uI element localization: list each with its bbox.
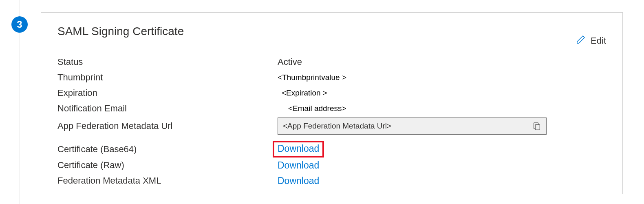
cert-raw-row: Certificate (Raw) Download (57, 157, 606, 173)
status-value: Active (278, 57, 606, 67)
edit-label: Edit (591, 35, 606, 46)
thumbprint-label: Thumbprint (57, 72, 278, 83)
notification-email-label: Notification Email (57, 103, 278, 114)
card-header: SAML Signing Certificate Edit (57, 25, 606, 54)
download-highlight-box: Download (273, 141, 324, 157)
fed-metadata-xml-row: Federation Metadata XML Download (57, 173, 606, 188)
download-cert-raw-link[interactable]: Download (278, 160, 319, 171)
svg-rect-0 (535, 124, 540, 130)
field-rows: Status Active Thumbprint <Thumbprintvalu… (57, 54, 606, 188)
notification-email-value: <Email address> (278, 104, 346, 113)
status-label: Status (57, 57, 278, 67)
metadata-url-value: <App Federation Metadata Url> (283, 122, 529, 131)
metadata-url-input[interactable]: <App Federation Metadata Url> (278, 118, 547, 135)
metadata-url-label: App Federation Metadata Url (57, 121, 278, 131)
download-fed-metadata-link[interactable]: Download (278, 175, 319, 186)
thumbprint-value: <Thumbprintvalue > (278, 73, 346, 82)
download-cert-base64-link[interactable]: Download (278, 143, 319, 154)
expiration-row: Expiration <Expiration > (57, 85, 606, 101)
expiration-label: Expiration (57, 88, 278, 98)
card-title: SAML Signing Certificate (57, 25, 184, 38)
copy-icon[interactable] (532, 122, 541, 131)
notification-email-row: Notification Email <Email address> (57, 101, 606, 116)
cert-base64-row: Certificate (Base64) Download (57, 141, 606, 157)
metadata-url-row: App Federation Metadata Url <App Federat… (57, 116, 606, 136)
cert-base64-label: Certificate (Base64) (57, 144, 278, 155)
step-number: 3 (17, 19, 22, 30)
expiration-value: <Expiration > (278, 89, 327, 98)
saml-certificate-card: SAML Signing Certificate Edit Status Act… (41, 12, 623, 194)
pencil-icon (576, 35, 586, 47)
step-badge: 3 (11, 16, 28, 33)
status-row: Status Active (57, 54, 606, 70)
cert-raw-label: Certificate (Raw) (57, 160, 278, 171)
thumbprint-row: Thumbprint <Thumbprintvalue > (57, 70, 606, 85)
edit-button[interactable]: Edit (576, 35, 606, 47)
fed-metadata-xml-label: Federation Metadata XML (57, 175, 278, 186)
